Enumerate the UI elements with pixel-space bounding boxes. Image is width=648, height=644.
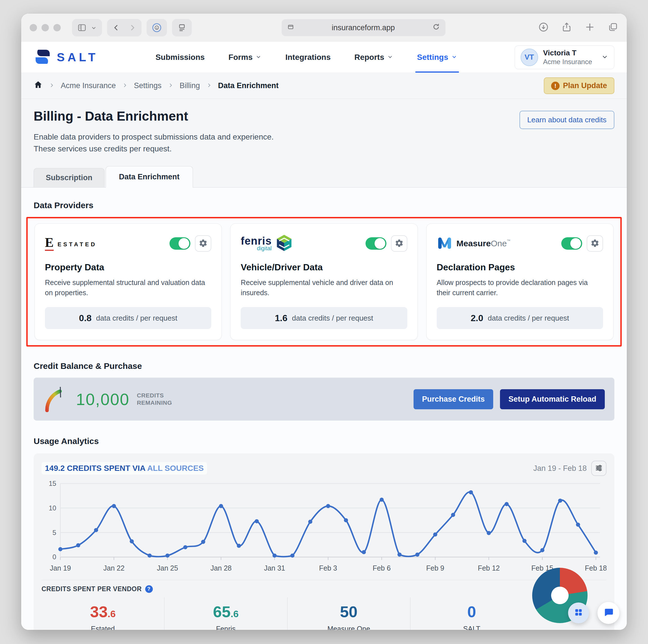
nav-reports[interactable]: Reports [354, 42, 393, 72]
card-description: Receive supplemental structural and valu… [45, 278, 211, 299]
close-window-button[interactable] [30, 24, 37, 31]
usage-line-chart: 051015Jan 19Jan 22Jan 25Jan 28Jan 31Feb … [42, 478, 606, 578]
credit-rate: 0.8 data credits / per request [45, 307, 211, 329]
zoom-window-button[interactable] [53, 24, 61, 31]
forward-button[interactable] [128, 23, 137, 32]
svg-text:Jan 22: Jan 22 [103, 564, 124, 572]
date-range-label: Jan 19 - Feb 18 [533, 464, 587, 473]
browser-window: insuranceform.app SALT Submissions Forms… [21, 13, 627, 630]
nav-submissions[interactable]: Submissions [155, 42, 205, 72]
estated-toggle[interactable] [169, 237, 191, 250]
breadcrumb-bar: Acme Insurance Settings Billing Data Enr… [21, 73, 627, 99]
chevron-down-icon [601, 53, 608, 62]
tab-overview-button[interactable] [608, 22, 618, 34]
svg-text:Jan 31: Jan 31 [264, 564, 285, 572]
browser-toolbar: insuranceform.app [21, 13, 627, 42]
svg-text:Feb 12: Feb 12 [478, 564, 500, 572]
credit-rate-value: 2.0 [471, 313, 483, 323]
estated-logo-mark: E [45, 236, 54, 251]
salt-logo-icon [34, 48, 52, 67]
setup-automatic-reload-button[interactable]: Setup Automatic Reload [500, 389, 605, 409]
password-manager-button[interactable] [147, 19, 167, 37]
card-description: Allow prospects to provide declaration p… [437, 278, 603, 299]
plan-update-label: Plan Update [563, 82, 607, 90]
breadcrumb-billing[interactable]: Billing [180, 82, 200, 90]
app-logo[interactable]: SALT [34, 42, 98, 72]
card-title: Declaration Pages [437, 262, 603, 273]
page-band: Acme Insurance Settings Billing Data Enr… [21, 73, 627, 187]
minimize-window-button[interactable] [42, 24, 49, 31]
user-menu[interactable]: VT Victoria T Acme Insurance [515, 46, 614, 69]
provider-card-fenris: fenris digital Vehicle/Driver Data Recei… [230, 223, 418, 340]
fenris-settings-button[interactable] [391, 235, 407, 252]
toggle-knob [178, 238, 189, 249]
svg-text:Feb 18: Feb 18 [585, 564, 606, 572]
svg-text:5: 5 [53, 529, 56, 536]
refresh-icon[interactable] [432, 22, 440, 33]
breadcrumb-separator [122, 82, 128, 90]
gear-icon [199, 239, 208, 249]
credits-remaining-label: CREDITSREMAINING [137, 392, 172, 407]
chevron-down-icon [451, 53, 457, 62]
card-title: Vehicle/Driver Data [241, 262, 407, 273]
chevron-down-icon [255, 53, 262, 62]
help-icon[interactable]: ? [145, 585, 153, 593]
card-description: Receive supplemental vehicle and driver … [241, 278, 407, 299]
apps-fab-button[interactable] [568, 602, 589, 624]
fenris-logo-mark [276, 234, 293, 253]
annotation-highlight-box: E ESTATED Property Data Receive suppleme… [26, 217, 622, 346]
reader-view-button[interactable] [172, 19, 192, 37]
chat-bubble-icon [603, 607, 614, 619]
measureone-logo-mark [437, 235, 452, 252]
source-filter-link[interactable]: ALL SOURCES [147, 464, 204, 473]
breadcrumb: Acme Insurance Settings Billing Data Enr… [34, 80, 544, 91]
sidebar-toggle[interactable] [72, 19, 102, 37]
nav-settings[interactable]: Settings [417, 42, 457, 72]
breadcrumb-separator [168, 82, 173, 90]
nav-integrations[interactable]: Integrations [285, 42, 330, 72]
data-providers-heading: Data Providers [34, 201, 614, 210]
measureone-settings-button[interactable] [587, 235, 603, 252]
chat-fab-button[interactable] [597, 602, 619, 624]
main-nav: Submissions Forms Integrations Reports S… [98, 42, 515, 72]
stat-value: 33.6 [42, 602, 164, 621]
share-button[interactable] [561, 22, 572, 34]
stat-label: SALT [411, 625, 533, 630]
plan-update-badge[interactable]: ! Plan Update [544, 77, 614, 94]
toolbar-right [538, 22, 618, 34]
measureone-logo: MeasureOne™ [437, 235, 510, 252]
page-icon [287, 23, 294, 33]
user-name: Victoria T [543, 49, 592, 57]
back-button[interactable] [112, 23, 121, 32]
tab-bar: Subscription Data Enrichment [21, 155, 627, 187]
usage-analytics-heading: Usage Analytics [34, 436, 614, 446]
measureone-toggle[interactable] [561, 237, 582, 250]
svg-text:Feb 6: Feb 6 [373, 564, 391, 572]
learn-data-credits-button[interactable]: Learn about data credits [520, 111, 614, 129]
breadcrumb-settings[interactable]: Settings [134, 82, 162, 90]
warning-icon: ! [551, 82, 559, 90]
breadcrumb-acme[interactable]: Acme Insurance [61, 82, 116, 90]
tab-data-enrichment[interactable]: Data Enrichment [106, 166, 193, 187]
fenris-toggle[interactable] [366, 237, 386, 250]
stat-label: Estated [42, 625, 164, 630]
tab-subscription[interactable]: Subscription [34, 168, 105, 187]
sliders-icon [594, 464, 603, 473]
stat-value: 0 [411, 602, 533, 621]
url-area: insuranceform.app [197, 19, 530, 36]
estated-settings-button[interactable] [195, 235, 211, 252]
stat-estated: 33.6 Estated [42, 597, 164, 630]
chart-filter-button[interactable] [591, 461, 606, 476]
home-icon[interactable] [34, 80, 43, 91]
credit-balance-heading: Credit Balance & Purchase [34, 361, 614, 371]
stat-label: Fenris [164, 625, 287, 630]
new-tab-button[interactable] [585, 22, 595, 34]
address-bar[interactable]: insuranceform.app [282, 19, 445, 36]
nav-forms[interactable]: Forms [228, 42, 262, 72]
onepassword-icon [152, 22, 162, 33]
downloads-button[interactable] [538, 22, 549, 34]
purchase-credits-button[interactable]: Purchase Credits [414, 389, 493, 409]
credit-rate-value: 0.8 [79, 313, 92, 323]
provider-card-measureone: MeasureOne™ Declaration Pages Allow pros… [426, 223, 613, 340]
provider-cards: E ESTATED Property Data Receive suppleme… [35, 223, 613, 340]
